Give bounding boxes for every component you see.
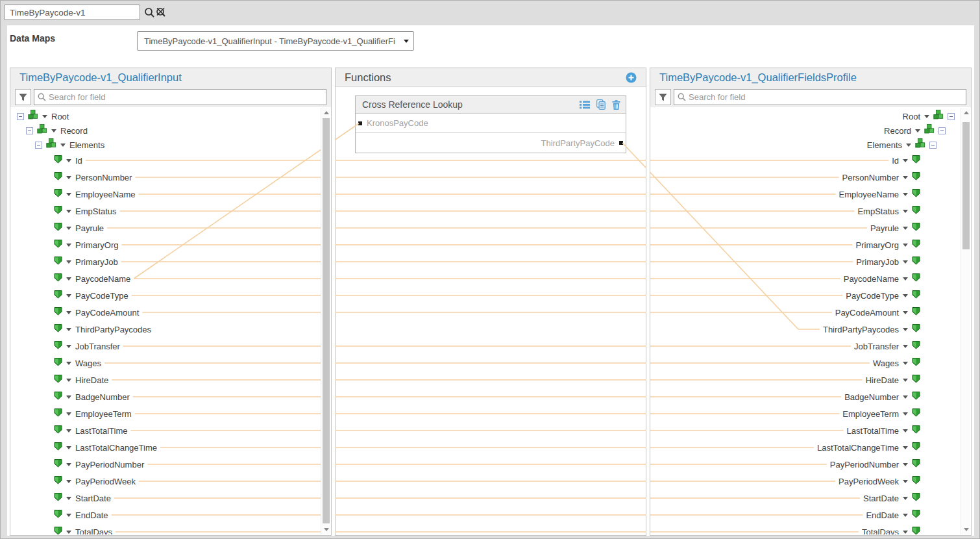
field-row-employeename[interactable]: EmployeeName	[651, 186, 970, 203]
chevron-down-icon[interactable]	[903, 412, 908, 416]
chevron-down-icon[interactable]	[903, 497, 908, 500]
scroll-up-button[interactable]	[321, 108, 331, 118]
field-row-thirdpartypaycodes[interactable]: ThirdPartyPaycodes	[651, 321, 970, 338]
field-row-paycodetype[interactable]: PayCodeType	[11, 287, 330, 304]
field-row-id[interactable]: Id	[11, 152, 330, 169]
collapse-icon[interactable]	[17, 113, 24, 120]
chevron-down-icon[interactable]	[903, 429, 908, 432]
field-row-id[interactable]: Id	[651, 152, 970, 169]
search-icon[interactable]	[143, 6, 156, 19]
function-box-cross-reference-lookup[interactable]: Cross Reference Lookup	[355, 95, 626, 153]
field-row-hiredate[interactable]: HireDate	[11, 371, 330, 388]
chevron-down-icon[interactable]	[66, 227, 71, 230]
tree-node-root[interactable]: Root	[651, 109, 970, 123]
chevron-down-icon[interactable]	[903, 244, 908, 247]
field-row-empstatus[interactable]: EmpStatus	[651, 203, 970, 219]
data-map-select[interactable]: TimeByPaycode-v1_QualifierInput - TimeBy…	[137, 31, 414, 51]
delete-icon[interactable]	[612, 100, 620, 110]
field-row-paycodetype[interactable]: PayCodeType	[651, 287, 970, 304]
field-row-jobtransfer[interactable]: JobTransfer	[11, 338, 330, 355]
chevron-down-icon[interactable]	[903, 531, 908, 534]
chevron-down-icon[interactable]	[66, 362, 71, 365]
process-search-input[interactable]	[4, 5, 140, 20]
scrollbar-thumb[interactable]	[323, 118, 330, 523]
field-row-thirdpartypaycodes[interactable]: ThirdPartyPaycodes	[11, 321, 330, 338]
chevron-down-icon[interactable]	[60, 144, 66, 147]
chevron-down-icon[interactable]	[66, 328, 71, 331]
field-row-employeeterm[interactable]: EmployeeTerm	[11, 405, 330, 422]
chevron-down-icon[interactable]	[915, 129, 920, 132]
collapse-icon[interactable]	[948, 113, 955, 120]
chevron-down-icon[interactable]	[903, 227, 908, 230]
filter-button[interactable]	[655, 89, 671, 105]
chevron-down-icon[interactable]	[903, 362, 908, 365]
function-output-port[interactable]	[619, 141, 623, 145]
chevron-down-icon[interactable]	[66, 412, 71, 416]
chevron-down-icon[interactable]	[903, 159, 908, 162]
tree-node-elements[interactable]: Elements	[651, 138, 970, 152]
field-row-lasttotalchangetime[interactable]: LastTotalChangeTime	[11, 439, 330, 456]
field-row-empstatus[interactable]: EmpStatus	[11, 203, 330, 219]
chevron-down-icon[interactable]	[66, 260, 71, 264]
field-row-wages[interactable]: Wages	[651, 355, 970, 371]
field-row-enddate[interactable]: EndDate	[11, 507, 330, 523]
chevron-down-icon[interactable]	[903, 260, 908, 264]
field-row-payperiodnumber[interactable]: PayPeriodNumber	[11, 456, 330, 473]
chevron-down-icon[interactable]	[924, 115, 929, 118]
filter-button[interactable]	[15, 89, 31, 105]
field-row-lasttotaltime[interactable]: LastTotalTime	[11, 422, 330, 439]
field-row-paycodename[interactable]: PaycodeName	[11, 270, 330, 287]
chevron-down-icon[interactable]	[903, 176, 908, 179]
field-row-paycodeamount[interactable]: PayCodeAmount	[651, 304, 970, 321]
chevron-down-icon[interactable]	[903, 277, 908, 281]
field-row-primaryorg[interactable]: PrimaryOrg	[11, 236, 330, 253]
field-row-primaryorg[interactable]: PrimaryOrg	[651, 236, 970, 253]
field-row-payrule[interactable]: Payrule	[651, 219, 970, 236]
chevron-down-icon[interactable]	[66, 176, 71, 179]
collapse-icon[interactable]	[35, 142, 42, 149]
tree-node-elements[interactable]: Elements	[11, 138, 330, 152]
chevron-down-icon[interactable]	[66, 193, 71, 196]
chevron-down-icon[interactable]	[903, 379, 908, 382]
chevron-down-icon[interactable]	[66, 345, 71, 348]
copy-icon[interactable]	[596, 99, 606, 110]
field-row-startdate[interactable]: StartDate	[11, 490, 330, 507]
collapse-icon[interactable]	[938, 127, 946, 134]
chevron-down-icon[interactable]	[51, 129, 56, 132]
field-row-wages[interactable]: Wages	[11, 355, 330, 371]
chevron-down-icon[interactable]	[903, 210, 908, 213]
scrollbar-thumb[interactable]	[962, 122, 970, 249]
chevron-down-icon[interactable]	[66, 497, 71, 500]
chevron-down-icon[interactable]	[66, 159, 71, 162]
field-row-totaldays[interactable]: TotalDays	[651, 523, 970, 534]
tree-node-root[interactable]: Root	[11, 109, 330, 123]
field-row-primaryjob[interactable]: PrimaryJob	[11, 253, 330, 270]
chevron-down-icon[interactable]	[66, 210, 71, 213]
field-row-badgenumber[interactable]: BadgeNumber	[651, 388, 970, 405]
chevron-down-icon[interactable]	[903, 446, 908, 449]
chevron-down-icon[interactable]	[66, 463, 71, 466]
field-row-hiredate[interactable]: HireDate	[651, 371, 970, 388]
source-field-search-input[interactable]	[49, 90, 326, 104]
chevron-down-icon[interactable]	[903, 193, 908, 196]
field-row-payperiodweek[interactable]: PayPeriodWeek	[11, 473, 330, 490]
chevron-down-icon[interactable]	[66, 379, 71, 382]
chevron-down-icon[interactable]	[66, 429, 71, 432]
field-row-badgenumber[interactable]: BadgeNumber	[11, 388, 330, 405]
field-row-totaldays[interactable]: TotalDays	[11, 523, 330, 534]
field-row-employeename[interactable]: EmployeeName	[11, 186, 330, 203]
chevron-down-icon[interactable]	[906, 144, 911, 147]
field-row-enddate[interactable]: EndDate	[651, 507, 970, 523]
chevron-down-icon[interactable]	[42, 115, 47, 118]
chevron-down-icon[interactable]	[903, 463, 908, 466]
chevron-down-icon[interactable]	[66, 294, 71, 297]
chevron-down-icon[interactable]	[903, 328, 908, 331]
chevron-down-icon[interactable]	[66, 244, 71, 247]
field-row-employeeterm[interactable]: EmployeeTerm	[651, 405, 970, 422]
scroll-down-button[interactable]	[321, 525, 331, 534]
field-row-primaryjob[interactable]: PrimaryJob	[651, 253, 970, 270]
chevron-down-icon[interactable]	[903, 514, 908, 517]
chevron-down-icon[interactable]	[66, 514, 71, 517]
field-row-paycodename[interactable]: PaycodeName	[651, 270, 970, 287]
tree-node-record[interactable]: Record	[11, 123, 330, 138]
